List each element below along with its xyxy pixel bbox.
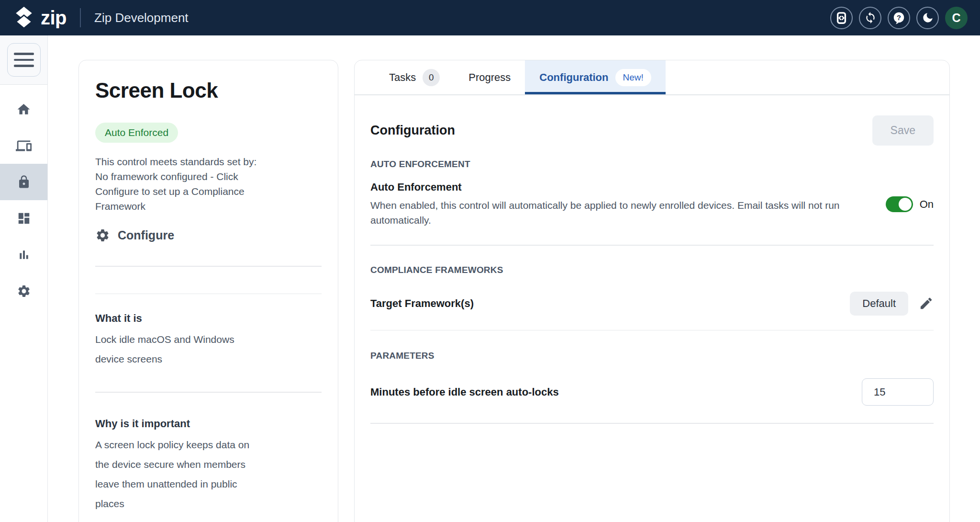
configuration-panel: Configuration Save AUTO ENFORCEMENT Auto… — [355, 95, 949, 424]
sidebar — [0, 35, 48, 522]
divider — [95, 266, 322, 267]
why-important-heading: Why is it important — [95, 418, 322, 430]
logo-text: zip — [41, 7, 67, 29]
what-it-is-heading: What it is — [95, 312, 322, 325]
minutes-input[interactable] — [862, 378, 934, 406]
save-button[interactable]: Save — [872, 115, 934, 146]
sidebar-item-dashboard[interactable] — [0, 200, 47, 237]
home-icon — [16, 102, 31, 117]
idle-minutes-row: Minutes before idle screen auto-locks — [370, 378, 934, 406]
help-button[interactable]: ? — [888, 7, 910, 29]
tab-label: Tasks — [389, 71, 416, 84]
sidebar-toggle-button[interactable] — [7, 43, 41, 77]
moon-icon — [922, 11, 934, 24]
sidebar-top — [0, 35, 47, 85]
toggle-knob — [899, 198, 912, 211]
brand-logo[interactable]: zip — [14, 7, 67, 29]
divider — [370, 330, 934, 331]
devices-icon — [16, 138, 32, 154]
dashboard-icon — [17, 211, 31, 226]
navbar-divider — [80, 8, 81, 27]
new-badge: New! — [615, 69, 651, 86]
tasks-count-badge: 0 — [423, 69, 440, 86]
tab-label: Configuration — [539, 71, 608, 84]
user-avatar[interactable]: C — [945, 7, 968, 29]
navbar-actions: ? C — [830, 7, 968, 29]
hamburger-icon — [14, 53, 34, 55]
phone-code-icon — [835, 11, 848, 24]
standards-text: This control meets standards set by: No … — [95, 154, 283, 214]
auto-enforcement-description: When enabled, this control will automati… — [370, 198, 883, 227]
idle-minutes-label: Minutes before idle screen auto-locks — [370, 386, 559, 398]
sidebar-item-reports[interactable] — [0, 237, 47, 273]
gear-icon — [95, 228, 110, 243]
lock-icon — [17, 175, 31, 189]
pencil-icon — [919, 296, 934, 311]
panel-title: Configuration — [370, 123, 455, 138]
target-frameworks-label: Target Framework(s) — [370, 297, 474, 310]
sidebar-item-home[interactable] — [0, 91, 47, 127]
sidebar-item-controls[interactable] — [0, 164, 47, 200]
help-icon: ? — [892, 11, 905, 24]
auto-enforcement-toggle[interactable] — [886, 196, 913, 212]
theme-toggle-button[interactable] — [916, 7, 939, 29]
toggle-state-label: On — [920, 198, 934, 211]
standards-intro: This control meets standards set by: — [95, 154, 283, 169]
tab-configuration[interactable]: Configuration New! — [525, 60, 666, 94]
control-summary-card: Screen Lock Auto Enforced This control m… — [78, 60, 338, 522]
compliance-section-label: COMPLIANCE FRAMEWORKS — [370, 265, 934, 275]
target-frameworks-row: Target Framework(s) Default — [370, 292, 934, 316]
framework-value-pill: Default — [850, 292, 908, 316]
svg-text:?: ? — [897, 13, 901, 21]
app-window: zip Zip Development ? — [0, 0, 980, 522]
divider — [95, 294, 322, 295]
sidebar-item-devices[interactable] — [0, 127, 47, 164]
gear-icon — [17, 284, 31, 298]
auto-enforcement-row: Auto Enforcement When enabled, this cont… — [370, 181, 934, 227]
divider — [95, 392, 322, 393]
configure-button[interactable]: Configure — [95, 228, 174, 243]
sync-icon — [864, 11, 877, 24]
tab-label: Progress — [468, 71, 511, 84]
parameters-section-label: PARAMETERS — [370, 351, 934, 361]
sync-button[interactable] — [859, 7, 881, 29]
standards-detail: No framework configured - Click Configur… — [95, 169, 283, 214]
divider — [370, 423, 934, 424]
auto-enforcement-section-label: AUTO ENFORCEMENT — [370, 159, 934, 170]
device-preview-button[interactable] — [830, 7, 853, 29]
workspace-name: Zip Development — [94, 11, 189, 25]
why-important-body: A screen lock policy keeps data on the d… — [95, 435, 262, 513]
top-navbar: zip Zip Development ? — [0, 0, 980, 35]
edit-framework-button[interactable] — [919, 296, 934, 311]
tab-tasks[interactable]: Tasks 0 — [375, 60, 454, 94]
sidebar-item-settings[interactable] — [0, 273, 47, 309]
tab-bar: Tasks 0 Progress Configuration New! — [355, 60, 949, 95]
auto-enforcement-title: Auto Enforcement — [370, 181, 883, 193]
zip-logo-icon — [14, 7, 33, 29]
what-it-is-body: Lock idle macOS and Windows device scree… — [95, 329, 262, 369]
tab-progress[interactable]: Progress — [454, 60, 525, 94]
status-badge: Auto Enforced — [95, 123, 178, 143]
avatar-initial: C — [952, 11, 960, 25]
control-title: Screen Lock — [95, 79, 322, 102]
divider — [370, 245, 934, 246]
bar-chart-icon — [17, 248, 31, 262]
main-content: Screen Lock Auto Enforced This control m… — [48, 35, 980, 522]
sidebar-nav — [0, 85, 47, 309]
configure-label: Configure — [118, 228, 174, 242]
control-detail-panel: Tasks 0 Progress Configuration New! Conf… — [354, 60, 950, 522]
